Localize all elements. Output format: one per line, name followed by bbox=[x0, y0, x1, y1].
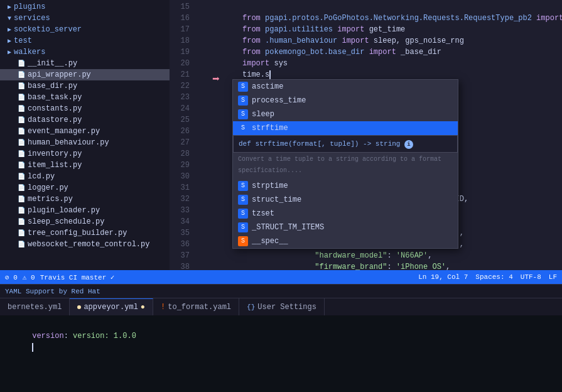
sidebar-item-label: metrics.py bbox=[28, 195, 73, 204]
file-icon: 📄 bbox=[18, 116, 25, 124]
status-ci-badge: Travis CI master ✓ bbox=[40, 273, 115, 281]
sidebar-item-datastore[interactable]: 📄 datastore.py bbox=[0, 114, 170, 126]
status-spaces: Spaces: 4 bbox=[475, 273, 512, 281]
sidebar-item-label: base_dir.py bbox=[28, 82, 77, 90]
file-icon: 📄 bbox=[18, 128, 25, 135]
sidebar-item-api-wrapper[interactable]: 📄 api_wrapper.py bbox=[0, 69, 170, 80]
sidebar-item-label: __init__.py bbox=[28, 59, 77, 68]
sidebar-item-tree-config[interactable]: 📄 tree_config_builder.py bbox=[0, 227, 170, 239]
sidebar-item-label: plugin_loader.py bbox=[28, 206, 100, 215]
status-cursor-position: Ln 19, Col 7 bbox=[418, 273, 468, 281]
symbol-icon: S bbox=[238, 95, 248, 106]
braces-icon: {} bbox=[247, 303, 255, 311]
autocomplete-item-asctime[interactable]: S asctime bbox=[233, 80, 458, 94]
sidebar-item-logger[interactable]: 📄 logger.py bbox=[0, 182, 170, 193]
sidebar-item-websocket[interactable]: 📄 websocket_remote_control.py bbox=[0, 239, 170, 250]
symbol-icon: S bbox=[238, 209, 248, 219]
autocomplete-item-spec[interactable]: S __spec__ bbox=[233, 234, 458, 248]
autocomplete-item-struct-time[interactable]: S struct_time bbox=[233, 193, 458, 207]
sidebar-item-inventory[interactable]: 📄 inventory.py bbox=[0, 148, 170, 160]
unsaved-dot: ● bbox=[141, 303, 145, 312]
symbol-icon: S bbox=[238, 109, 248, 119]
autocomplete-item-strptime[interactable]: S strptime bbox=[233, 179, 458, 193]
autocomplete-item-strftime[interactable]: S strftime bbox=[233, 121, 458, 135]
sidebar-item-test[interactable]: ▶ test bbox=[0, 35, 170, 46]
autocomplete-item-sleep[interactable]: S sleep bbox=[233, 107, 458, 121]
sidebar-item-label: datastore.py bbox=[28, 116, 82, 124]
file-icon: 📄 bbox=[18, 184, 25, 192]
sidebar-item-human-behaviour[interactable]: 📄 human_behaviour.py bbox=[0, 137, 170, 148]
chevron-right-icon: ▶ bbox=[8, 3, 11, 11]
autocomplete-item-label: asctime bbox=[252, 81, 283, 92]
yaml-line: version: version: 1.0.0 bbox=[5, 319, 557, 330]
file-icon: 📄 bbox=[18, 105, 25, 112]
sidebar-item-label: event_manager.py bbox=[28, 127, 100, 136]
symbol-icon: S bbox=[238, 236, 248, 246]
autocomplete-item-label: __spec__ bbox=[252, 236, 288, 247]
sidebar-item-socketio[interactable]: ▶ socketio_server bbox=[0, 24, 170, 35]
status-bar-left: ⊘ 0 ⚠ 0 Travis CI master ✓ bbox=[5, 273, 411, 281]
sidebar-item-label: inventory.py bbox=[28, 150, 82, 158]
tab-user-settings[interactable]: {} User Settings bbox=[239, 298, 325, 316]
file-icon: 📄 bbox=[18, 139, 25, 146]
editor: 15 16 17 18 19 20 21 22 23 24 25 26 27 2… bbox=[170, 0, 562, 270]
sidebar-item-plugin-loader[interactable]: 📄 plugin_loader.py bbox=[0, 205, 170, 216]
sidebar-item-label: lcd.py bbox=[28, 172, 55, 181]
status-bar: ⊘ 0 ⚠ 0 Travis CI master ✓ Ln 19, Col 7 … bbox=[0, 270, 562, 284]
sidebar: ▶ plugins ▼ services ▶ socketio_server ▶… bbox=[0, 0, 170, 270]
tab-appveyor[interactable]: appveyor.yml ● bbox=[70, 298, 153, 316]
extension-label: YAML Support by Red Hat bbox=[5, 288, 100, 295]
autocomplete-popup[interactable]: S asctime S process_time S sleep S strft… bbox=[232, 79, 458, 249]
info-icon: i bbox=[404, 140, 413, 149]
autocomplete-item-label: tzset bbox=[252, 208, 274, 219]
tab-label: appveyor.yml bbox=[84, 303, 138, 312]
autocomplete-item-label: process_time bbox=[252, 95, 306, 106]
sidebar-item-sleep-schedule[interactable]: 📄 sleep_schedule.py bbox=[0, 216, 170, 227]
sidebar-item-lcd[interactable]: 📄 lcd.py bbox=[0, 171, 170, 182]
sidebar-item-base-task[interactable]: 📄 base_task.py bbox=[0, 92, 170, 103]
autocomplete-item-label: strftime bbox=[252, 122, 288, 134]
sidebar-item-metrics[interactable]: 📄 metrics.py bbox=[0, 193, 170, 205]
tooltip-signature: def strftime(format[, tuple]) -> string bbox=[239, 140, 400, 148]
sidebar-item-constants[interactable]: 📄 constants.py bbox=[0, 103, 170, 114]
sidebar-item-label: test bbox=[14, 36, 32, 45]
sidebar-item-event-manager[interactable]: 📄 event_manager.py bbox=[0, 126, 170, 137]
chevron-down-icon: ▼ bbox=[8, 15, 11, 22]
sidebar-item-services[interactable]: ▼ services bbox=[0, 13, 170, 24]
sidebar-item-item-list[interactable]: 📄 item_list.py bbox=[0, 160, 170, 171]
sidebar-item-label: item_list.py bbox=[28, 161, 82, 170]
status-error-indicator: ⊘ 0 bbox=[5, 273, 18, 281]
extension-bar: YAML Support by Red Hat bbox=[0, 284, 562, 298]
sidebar-item-label: services bbox=[14, 14, 50, 23]
autocomplete-tooltip: def strftime(format[, tuple]) -> string … bbox=[233, 135, 458, 153]
chevron-right-icon: ▶ bbox=[8, 26, 11, 33]
red-arrow-indicator: ➡ bbox=[212, 74, 220, 85]
tooltip-description: Convert a time tuple to a string accordi… bbox=[233, 153, 458, 179]
code-area[interactable]: from pgapi.protos.PoGoPhotos.Networking.… bbox=[195, 0, 562, 270]
bottom-content[interactable]: version: version: 1.0.0 bbox=[0, 315, 562, 392]
file-icon: 📄 bbox=[18, 71, 25, 79]
sidebar-item-label: logger.py bbox=[28, 183, 68, 192]
file-icon: 📄 bbox=[18, 161, 25, 169]
sidebar-item-init[interactable]: 📄 __init__.py bbox=[0, 58, 170, 69]
sidebar-item-label: walkers bbox=[14, 48, 45, 57]
autocomplete-item-label: struct_time bbox=[252, 194, 301, 205]
sidebar-item-walkers[interactable]: ▶ walkers bbox=[0, 46, 170, 58]
autocomplete-item-struct-tm[interactable]: S _STRUCT_TM_ITEMS bbox=[233, 220, 458, 234]
file-icon: 📄 bbox=[18, 207, 25, 214]
bottom-tabs: bernetes.yml appveyor.yml ● ! to_format.… bbox=[0, 298, 562, 315]
sidebar-item-label: sleep_schedule.py bbox=[28, 217, 104, 226]
tab-kubernetes[interactable]: bernetes.yml bbox=[0, 298, 70, 316]
tab-to-format[interactable]: ! to_format.yaml bbox=[153, 298, 239, 316]
sidebar-item-base-dir[interactable]: 📄 base_dir.py bbox=[0, 80, 170, 92]
chevron-right-icon: ▶ bbox=[8, 37, 11, 45]
file-icon: 📄 bbox=[18, 195, 25, 203]
sidebar-item-plugins[interactable]: ▶ plugins bbox=[0, 1, 170, 13]
symbol-icon: S bbox=[238, 195, 248, 205]
sidebar-item-label: plugins bbox=[14, 3, 45, 11]
code-line: from pgapi.protos.PoGoPhotos.Networking.… bbox=[197, 1, 562, 13]
file-icon: 📄 bbox=[18, 60, 25, 67]
autocomplete-item-tzset[interactable]: S tzset bbox=[233, 207, 458, 220]
sidebar-item-label: socketio_server bbox=[14, 25, 82, 34]
autocomplete-item-process-time[interactable]: S process_time bbox=[233, 94, 458, 107]
